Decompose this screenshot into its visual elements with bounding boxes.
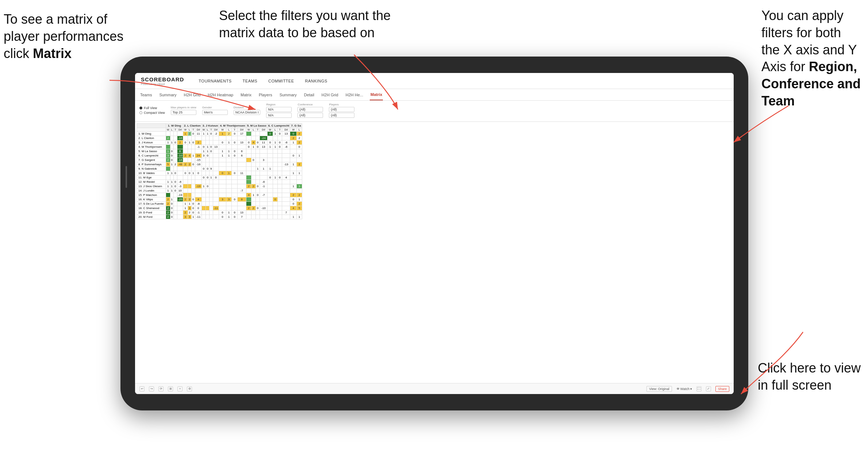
nav-committee[interactable]: COMMITTEE	[268, 79, 294, 83]
tab-h2h-grid1[interactable]: H2H Grid	[183, 89, 201, 100]
matrix-cell	[213, 167, 219, 171]
matrix-cell	[170, 167, 173, 171]
matrix-cell: 2	[188, 132, 191, 136]
matrix-cell	[183, 158, 188, 162]
matrix-cell	[251, 197, 256, 202]
matrix-cell	[219, 189, 226, 193]
matrix-cell	[219, 162, 226, 167]
matrix-cell	[188, 149, 191, 154]
matrix-cell	[260, 211, 267, 215]
matrix-cell	[195, 189, 201, 193]
matrix-cell: 1	[219, 149, 226, 154]
matrix-cell: 0	[219, 211, 226, 215]
conference-select1[interactable]: (All)	[297, 107, 323, 112]
table-row: 6. C Lamprecht30-102412430110601	[137, 154, 302, 158]
share-btn[interactable]: Share	[715, 386, 729, 392]
matrix-cell	[174, 202, 177, 206]
toolbar-refresh[interactable]: ⟳	[158, 386, 164, 391]
players-select1[interactable]: (All)	[329, 107, 354, 112]
compact-view-radio[interactable]: Compact View	[139, 111, 165, 115]
matrix-cell: 1	[226, 140, 232, 145]
matrix-cell: 2	[297, 202, 302, 206]
tab-teams[interactable]: Teams	[139, 89, 153, 100]
matrix-cell	[210, 140, 213, 145]
tab-summary2[interactable]: Summary	[279, 89, 297, 100]
matrix-cell	[213, 154, 219, 158]
toolbar-redo[interactable]: ↪	[149, 386, 154, 391]
division-select[interactable]: NCAA Division I	[234, 110, 261, 115]
col-header-clamprecht: 6. C Lamprecht	[267, 124, 290, 128]
matrix-cell: 1	[166, 189, 170, 193]
watch-btn[interactable]: 👁 Watch ▾	[676, 387, 692, 391]
matrix-cell: 13	[260, 145, 267, 149]
toolbar-fullscreen[interactable]: ⛶	[696, 386, 702, 391]
matrix-cell	[267, 197, 273, 202]
region-select2[interactable]: N/A	[266, 113, 292, 118]
full-view-radio[interactable]: Full View	[139, 106, 165, 110]
matrix-area[interactable]: 1. W Ding 2. L Clanton 3. J Koivun 4. M …	[135, 122, 734, 385]
ann-topleft-line3-bold: Matrix	[33, 46, 72, 61]
matrix-cell	[256, 175, 260, 180]
players-select2[interactable]: (All)	[329, 113, 354, 118]
nav-tournaments[interactable]: TOURNAMENTS	[199, 79, 231, 83]
matrix-cell: -16	[177, 136, 183, 140]
matrix-cell	[290, 145, 297, 149]
tablet-frame: SCOREBOARD Powered by clippd TOURNAMENTS…	[120, 57, 748, 410]
max-players-select[interactable]: Top 25	[171, 110, 196, 115]
matrix-cell	[206, 215, 210, 219]
matrix-cell	[267, 202, 273, 206]
tab-h2h-heatmap[interactable]: H2H Heatmap	[207, 89, 234, 100]
matrix-cell	[267, 149, 273, 154]
matrix-cell: 0	[170, 215, 173, 219]
tab-h2h-he[interactable]: H2H He...	[345, 89, 364, 100]
sub-h-l7: L	[297, 128, 302, 132]
matrix-cell	[282, 193, 290, 197]
matrix-cell	[183, 180, 188, 184]
tab-summary1[interactable]: Summary	[158, 89, 177, 100]
matrix-cell	[195, 180, 201, 184]
table-row: 5. M La Sasso1061101106	[137, 149, 302, 154]
matrix-cell	[188, 158, 191, 162]
gender-select[interactable]: Men's	[202, 110, 228, 115]
nav-teams[interactable]: TEAMS	[243, 79, 257, 83]
player-name-cell: 16. K Vilips	[137, 197, 166, 202]
tab-detail[interactable]: Detail	[303, 89, 315, 100]
matrix-cell: 4	[290, 206, 297, 211]
matrix-cell: 0	[195, 206, 201, 211]
view-original-btn[interactable]: View: Original	[646, 386, 672, 392]
region-select1[interactable]: N/A	[266, 107, 292, 112]
matrix-cell	[237, 206, 246, 211]
tab-players[interactable]: Players	[258, 89, 273, 100]
toolbar-settings[interactable]: ⚙	[187, 386, 192, 391]
conference-select2[interactable]: (All)	[297, 113, 323, 118]
matrix-cell	[260, 149, 267, 154]
matrix-cell	[277, 158, 282, 162]
toolbar-zoom-fit[interactable]: ⊞	[168, 386, 173, 391]
tab-h2h-grid2[interactable]: H2H Grid	[321, 89, 339, 100]
table-row: 1. W Ding12011110-2120170101302	[137, 132, 302, 136]
matrix-cell	[246, 211, 251, 215]
matrix-cell	[201, 171, 206, 175]
matrix-cell	[219, 175, 226, 180]
ann-topright-line4-plain: Axis for	[761, 59, 809, 74]
matrix-cell	[277, 189, 282, 193]
annotation-topright: You can apply filters for both the X axi…	[761, 7, 861, 110]
table-row: 15. P Maichon-19410-722	[137, 193, 302, 197]
ann-topleft-line3-plain: click	[4, 46, 33, 61]
matrix-cell	[267, 180, 273, 184]
matrix-cell	[251, 215, 256, 219]
matrix-cell	[267, 215, 273, 219]
tab-matrix2[interactable]: Matrix	[370, 89, 383, 100]
matrix-cell	[282, 136, 290, 140]
sub-h-dif1: Dif	[177, 128, 183, 132]
toolbar-share-icon[interactable]: ⤢	[706, 386, 711, 391]
toolbar-zoom-in[interactable]: +	[177, 386, 183, 391]
matrix-cell: 0	[206, 167, 210, 171]
nav-rankings[interactable]: RANKINGS	[305, 79, 327, 83]
matrix-cell: 0	[183, 171, 188, 175]
toolbar-undo[interactable]: ↩	[139, 386, 145, 391]
matrix-cell: 0	[183, 140, 188, 145]
tab-matrix1[interactable]: Matrix	[240, 89, 252, 100]
matrix-cell	[297, 175, 302, 180]
matrix-cell: 0	[232, 149, 238, 154]
